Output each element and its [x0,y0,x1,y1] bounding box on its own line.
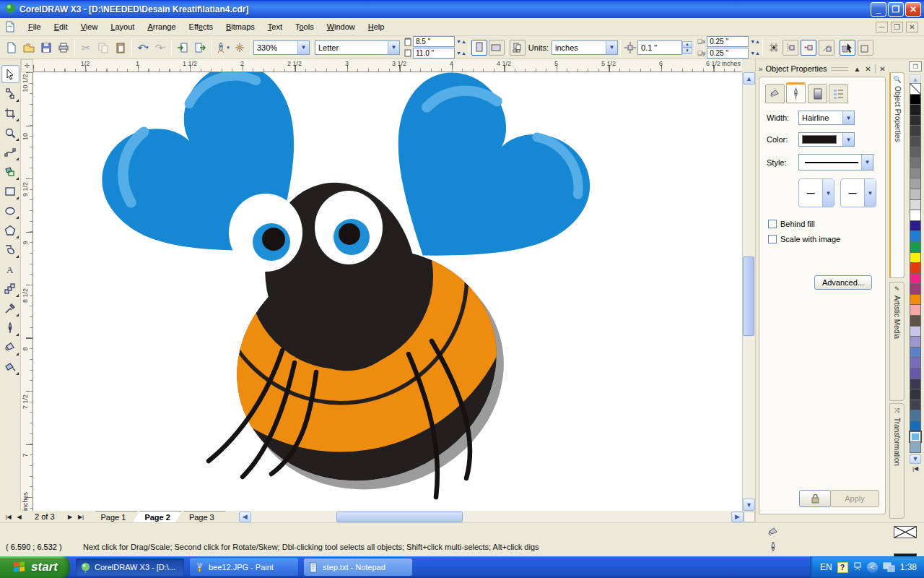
vertical-scrollbar[interactable]: ▲ ▼ [742,72,754,511]
palette-color-swatch[interactable] [910,304,921,316]
restore-button[interactable]: ❐ [888,2,904,17]
eyedropper-tool[interactable] [1,299,19,317]
redo-icon[interactable]: ↷▾ [152,39,169,56]
palette-color-swatch[interactable] [910,336,921,348]
duplicate-y-field[interactable]: 0.25 " [707,48,749,59]
crop-tool[interactable] [1,104,19,122]
units-combo[interactable]: inches ▼ [552,40,618,55]
palette-color-swatch[interactable] [910,104,921,116]
docker-chevrons-icon[interactable]: » [759,65,763,73]
pick-tool[interactable] [1,65,19,83]
portrait-icon[interactable] [471,40,487,56]
tray-app-icon[interactable] [853,562,862,572]
summary-tab[interactable] [829,84,848,103]
advanced-button[interactable]: Advanced... [814,275,872,290]
paper-width-field[interactable]: 8.5 " [413,36,455,47]
page-tab-2[interactable]: Page 2 [133,511,181,522]
snap-guidelines-icon[interactable] [783,40,798,56]
paper-height-field[interactable]: 11.0 " [413,48,455,59]
menu-tools[interactable]: Tools [289,20,321,34]
shape-tool[interactable] [1,85,19,103]
outline-width-combo[interactable]: Hairline ▼ [798,111,855,125]
palette-color-swatch[interactable] [910,168,921,179]
interactive-blend-tool[interactable] [1,280,19,298]
prev-page-button[interactable]: ◀ [14,512,25,522]
menu-effects[interactable]: Effects [183,20,219,34]
gradient-tab[interactable] [808,84,827,103]
language-indicator[interactable]: EN [820,562,832,572]
corel-online-icon[interactable] [231,39,248,56]
scale-with-image-checkbox[interactable] [768,235,777,243]
palette-color-swatch[interactable] [910,368,921,379]
zoom-tool[interactable] [1,124,19,142]
taskbar-task-3[interactable]: step.txt - Notepad [304,558,412,576]
curve-tool[interactable] [1,143,19,161]
chevron-down-icon[interactable]: ▼ [842,133,854,146]
menu-file[interactable]: File [22,20,48,34]
help-tray-icon[interactable]: ? [837,562,848,573]
palette-options-icon[interactable]: ❐ [909,61,922,72]
outline-tab[interactable] [786,82,806,103]
display-tray-icon[interactable] [883,562,895,572]
chevron-down-icon[interactable]: ▼ [297,41,309,54]
palette-color-swatch[interactable] [910,326,921,337]
palette-color-swatch[interactable] [910,230,921,242]
start-button[interactable]: start [0,556,70,578]
basic-shapes-tool[interactable] [1,241,19,259]
end-arrowhead-combo[interactable]: — ▼ [840,178,876,207]
landscape-icon[interactable] [489,40,505,56]
palette-color-swatch[interactable] [910,241,921,253]
menu-bitmaps[interactable]: Bitmaps [219,20,261,34]
close-button[interactable]: ✕ [905,2,921,17]
palette-color-swatch[interactable] [910,262,921,274]
lock-button[interactable] [799,490,831,507]
spinner-icon[interactable]: ▼▲ [456,39,466,44]
palette-color-swatch[interactable] [910,220,921,232]
scroll-up-icon[interactable]: ▲ [743,72,755,85]
text-tool[interactable]: A [1,260,19,278]
palette-no-color[interactable] [910,83,921,95]
cut-icon[interactable]: ✂ [77,39,95,56]
spinner-icon[interactable]: ▼▲ [456,51,466,56]
snap-objects-icon[interactable]: * [801,40,816,56]
palette-color-swatch[interactable] [910,400,921,411]
menu-window[interactable]: Window [321,20,362,34]
side-tab-object-properties[interactable]: 🔍Object Properties [889,72,905,278]
doc-minimize-button[interactable]: ─ [876,22,888,33]
doc-close-button[interactable]: ✕ [906,22,918,33]
palette-expand-icon[interactable]: |◀ [912,465,918,472]
behind-fill-checkbox[interactable] [768,220,777,228]
hide-icons-chevron[interactable]: < [867,562,878,573]
export-icon[interactable] [191,39,209,56]
outline-style-combo[interactable]: ▼ [798,154,873,171]
side-tab-artistic-media[interactable]: ✎Artistic Media [889,282,905,401]
save-icon[interactable] [38,39,55,56]
duplicate-x-field[interactable]: 0.25 " [707,36,749,47]
palette-color-swatch[interactable] [910,420,921,432]
palette-scroll-down-icon[interactable]: ▼ [910,454,921,464]
polygon-tool[interactable] [1,221,19,239]
outline-pen-tool[interactable] [1,319,19,337]
horizontal-scrollbar[interactable]: ◀ ▶ [239,511,755,522]
ellipse-tool[interactable] [1,202,19,220]
chevron-down-icon[interactable]: ▼ [864,179,876,207]
palette-color-swatch[interactable] [910,357,921,368]
doc-restore-button[interactable]: ❐ [891,22,903,33]
palette-color-swatch[interactable] [910,136,921,147]
chevron-down-icon[interactable]: ▼ [606,41,617,54]
menu-arrange[interactable]: Arrange [141,20,182,34]
taskbar-task-2[interactable]: bee12.JPG - Paint [190,558,298,576]
menu-layout[interactable]: Layout [104,20,141,34]
open-icon[interactable] [20,39,38,56]
first-page-button[interactable]: |◀ [3,512,14,522]
nudge-offset-field[interactable]: 0.1 " [637,40,682,55]
palette-color-swatch[interactable] [910,389,921,400]
zoom-level-combo[interactable]: 330% ▼ [253,40,310,55]
palette-color-swatch[interactable] [910,94,921,105]
outline-color-combo[interactable]: ▼ [798,132,855,147]
scroll-left-icon[interactable]: ◀ [239,512,251,522]
chevron-down-icon[interactable]: ▼ [861,155,873,170]
palette-color-swatch[interactable] [910,252,921,264]
fill-tab[interactable] [765,84,785,103]
palette-color-swatch[interactable] [910,210,921,221]
